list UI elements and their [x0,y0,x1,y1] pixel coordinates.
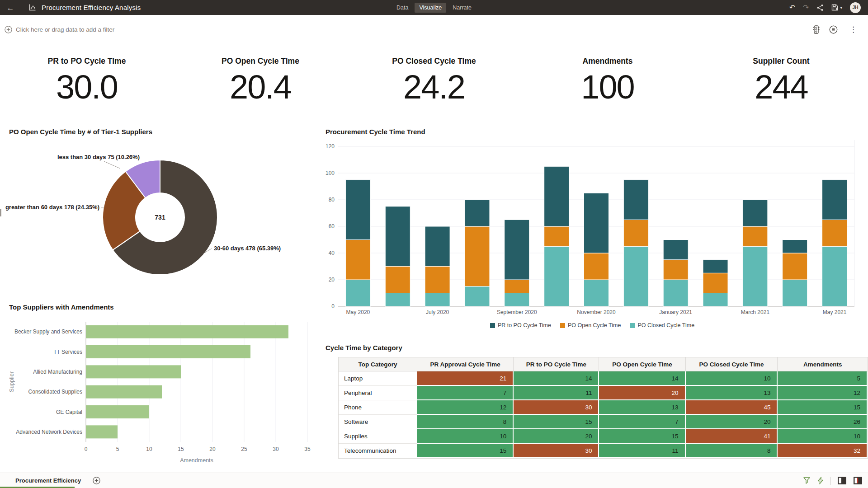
trend-bar-July-2020-PR-to-PO-Cycle-Time[interactable] [425,226,450,267]
trend-bar-March-2021-PO-Closed-Cycle-Time[interactable] [743,246,768,306]
trend-bar-February-2021-PR-to-PO-Cycle-Time[interactable] [703,260,728,273]
value-cell[interactable]: 10 [686,371,778,386]
value-cell[interactable]: 32 [778,444,868,458]
save-button[interactable]: ▾ [831,4,842,11]
layout-split-panel-icon[interactable] [853,476,863,485]
value-cell[interactable]: 21 [417,371,514,386]
value-cell[interactable]: 15 [778,400,868,415]
column-header-PO-Closed-Cycle-Time[interactable]: PO Closed Cycle Time [686,357,778,371]
supplier-bar-Allied-Manufacturing[interactable] [86,365,181,378]
value-cell[interactable]: 30 [514,400,599,415]
trend-bar-August-2020-PR-to-PO-Cycle-Time[interactable] [465,200,490,226]
trend-bar-August-2020-PO-Closed-Cycle-Time[interactable] [465,286,490,306]
trend-bar-February-2021-PO-Open-Cycle-Time[interactable] [703,273,728,293]
add-canvas-icon[interactable] [90,476,103,485]
legend-item-PR-to-PO-Cycle-Time[interactable]: PR to PO Cycle Time [490,322,551,328]
trend-bar-May-2021-PR-to-PO-Cycle-Time[interactable] [822,180,847,220]
category-cell[interactable]: Supplies [339,429,417,444]
value-cell[interactable]: 41 [686,429,778,444]
trend-bar-January-2021-PR-to-PO-Cycle-Time[interactable] [663,240,688,260]
trend-bar-November-2020-PO-Closed-Cycle-Time[interactable] [584,280,609,306]
legend-item-PO-Open-Cycle-Time[interactable]: PO Open Cycle Time [560,322,621,328]
tab-data[interactable]: Data [392,3,413,13]
trend-bar-November-2020-PR-to-PO-Cycle-Time[interactable] [584,193,609,253]
value-cell[interactable]: 15 [417,444,514,458]
trend-bar-June-2020-PR-to-PO-Cycle-Time[interactable] [385,206,410,267]
layout-left-panel-icon[interactable] [837,476,847,485]
kpi-tile-4[interactable]: Amendments100 [521,48,694,105]
kpi-tile-3[interactable]: PO Closed Cycle Time24.2 [347,48,521,105]
column-header-Amendments[interactable]: Amendments [778,357,868,371]
trend-bar-April-2021-PO-Open-Cycle-Time[interactable] [783,253,807,280]
avatar[interactable]: JH [850,2,861,13]
value-cell[interactable]: 13 [686,386,778,400]
trend-bar-December-2020-PO-Open-Cycle-Time[interactable] [623,220,648,246]
value-cell[interactable]: 14 [514,371,599,386]
value-cell[interactable]: 20 [599,386,685,400]
panel-drag-handle[interactable] [0,209,1,216]
value-cell[interactable]: 13 [599,400,685,415]
trend-bar-July-2020-PO-Open-Cycle-Time[interactable] [425,267,450,293]
canvas-tab[interactable]: Procurement Efficiency [0,473,87,488]
value-cell[interactable]: 11 [599,444,685,458]
column-header-PR-to-PO-Cycle-Time[interactable]: PR to PO Cycle Time [514,357,599,371]
trend-bar-November-2020-PO-Open-Cycle-Time[interactable] [584,253,609,280]
tab-visualize[interactable]: Visualize [415,3,446,13]
trend-bar-May-2020-PO-Closed-Cycle-Time[interactable] [345,280,370,306]
trend-bar-May-2021-PO-Closed-Cycle-Time[interactable] [822,246,847,306]
trend-bar-December-2020-PR-to-PO-Cycle-Time[interactable] [623,180,648,220]
column-header-PR-Approval-Cycle-Time[interactable]: PR Approval Cycle Time [417,357,514,371]
value-cell[interactable]: 8 [686,444,778,458]
trend-bar-February-2021-PO-Closed-Cycle-Time[interactable] [703,293,728,307]
category-cell[interactable]: Telecommunication [339,444,417,458]
trend-bar-April-2021-PO-Closed-Cycle-Time[interactable] [783,280,807,306]
supplier-bar-Becker-Supply-and-Services[interactable] [86,325,288,338]
value-cell[interactable]: 12 [778,386,868,400]
undo-button[interactable]: ↶ [789,3,795,12]
column-header-PO-Open-Cycle-Time[interactable]: PO Open Cycle Time [599,357,685,371]
trend-bar-August-2020-PO-Open-Cycle-Time[interactable] [465,226,490,286]
trend-bar-March-2021-PO-Open-Cycle-Time[interactable] [743,226,768,246]
value-cell[interactable]: 14 [599,371,685,386]
trend-bar-June-2020-PO-Closed-Cycle-Time[interactable] [385,293,410,307]
trend-bar-December-2020-PO-Closed-Cycle-Time[interactable] [623,246,648,306]
value-cell[interactable]: 10 [417,429,514,444]
trend-bar-September-2020-PO-Closed-Cycle-Time[interactable] [505,293,529,307]
notes-icon[interactable] [829,25,838,34]
value-cell[interactable]: 30 [514,444,599,458]
trend-bar-September-2020-PR-to-PO-Cycle-Time[interactable] [505,220,529,280]
redo-button[interactable]: ↷ [803,3,809,12]
share-icon[interactable] [816,4,824,11]
trend-bar-April-2021-PR-to-PO-Cycle-Time[interactable] [783,240,807,253]
value-cell[interactable]: 5 [778,371,868,386]
column-header-Top-Category[interactable]: Top Category [339,357,417,371]
kpi-tile-1[interactable]: PR to PO Cycle Time30.0 [0,48,174,105]
supplier-bar-Advanced-Network-Devices[interactable] [86,425,118,438]
trend-bar-May-2020-PR-to-PO-Cycle-Time[interactable] [345,180,370,240]
value-cell[interactable]: 26 [778,415,868,429]
value-cell[interactable]: 20 [514,429,599,444]
trend-bar-October-2020-PR-to-PO-Cycle-Time[interactable] [544,166,569,226]
back-button[interactable]: ← [0,0,21,15]
value-cell[interactable]: 7 [417,386,514,400]
category-cell[interactable]: Laptop [339,371,417,386]
supplier-bar-GE-Capital[interactable] [86,405,149,418]
lightning-icon[interactable] [817,477,824,484]
trend-bar-October-2020-PO-Open-Cycle-Time[interactable] [544,226,569,246]
trend-bar-July-2020-PO-Closed-Cycle-Time[interactable] [425,293,450,307]
traffic-light-icon[interactable] [812,25,820,34]
value-cell[interactable]: 11 [514,386,599,400]
trend-bar-March-2021-PR-to-PO-Cycle-Time[interactable] [743,200,768,226]
value-cell[interactable]: 8 [417,415,514,429]
trend-bar-January-2021-PO-Open-Cycle-Time[interactable] [663,260,688,280]
trend-bar-January-2021-PO-Closed-Cycle-Time[interactable] [663,280,688,306]
filter-funnel-icon[interactable] [803,477,811,484]
trend-bar-October-2020-PO-Closed-Cycle-Time[interactable] [544,246,569,306]
supplier-bar-Consolidated-Supplies[interactable] [86,385,162,399]
value-cell[interactable]: 10 [778,429,868,444]
value-cell[interactable]: 15 [514,415,599,429]
value-cell[interactable]: 15 [599,429,685,444]
trend-bar-June-2020-PO-Open-Cycle-Time[interactable] [385,267,410,293]
kpi-tile-2[interactable]: PO Open Cycle Time20.4 [174,48,347,105]
value-cell[interactable]: 7 [599,415,685,429]
